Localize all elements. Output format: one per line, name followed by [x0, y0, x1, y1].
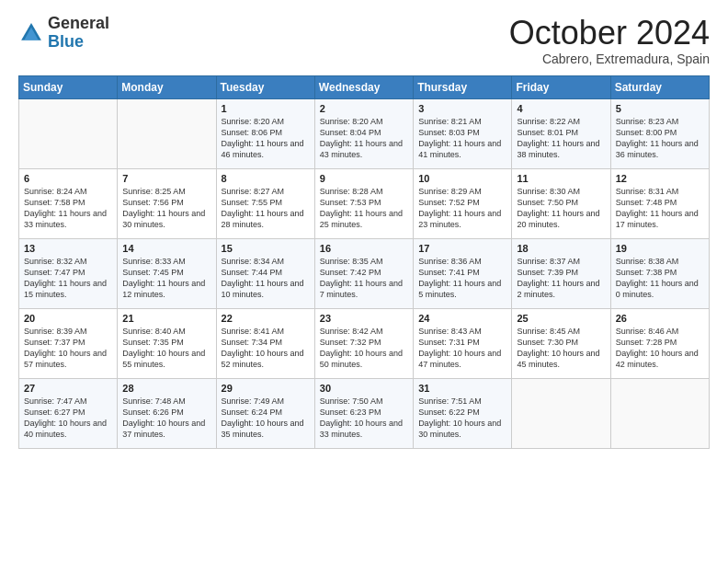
cell-info: Sunrise: 8:20 AM Sunset: 8:04 PM Dayligh… [320, 116, 408, 161]
calendar-cell: 16Sunrise: 8:35 AM Sunset: 7:42 PM Dayli… [314, 238, 413, 308]
calendar-cell: 3Sunrise: 8:21 AM Sunset: 8:03 PM Daylig… [414, 98, 512, 168]
cell-info: Sunrise: 8:29 AM Sunset: 7:52 PM Dayligh… [418, 186, 506, 231]
logo-text: General Blue [48, 15, 109, 52]
cell-info: Sunrise: 8:30 AM Sunset: 7:50 PM Dayligh… [517, 186, 605, 231]
cell-info: Sunrise: 8:41 AM Sunset: 7:34 PM Dayligh… [222, 326, 310, 371]
day-number: 10 [418, 173, 506, 184]
week-row-1: 1Sunrise: 8:20 AM Sunset: 8:06 PM Daylig… [19, 98, 710, 168]
week-row-2: 6Sunrise: 8:24 AM Sunset: 7:58 PM Daylig… [19, 168, 710, 238]
cell-info: Sunrise: 7:49 AM Sunset: 6:24 PM Dayligh… [222, 396, 310, 441]
day-number: 23 [320, 313, 408, 324]
location-subtitle: Cabrero, Extremadura, Spain [509, 52, 710, 66]
day-number: 6 [24, 173, 112, 184]
day-header-monday: Monday [118, 75, 216, 98]
cell-info: Sunrise: 7:48 AM Sunset: 6:26 PM Dayligh… [122, 396, 210, 441]
day-number: 20 [24, 313, 112, 324]
calendar-cell: 26Sunrise: 8:46 AM Sunset: 7:28 PM Dayli… [610, 308, 709, 378]
calendar-cell: 31Sunrise: 7:51 AM Sunset: 6:22 PM Dayli… [414, 378, 512, 448]
cell-info: Sunrise: 8:22 AM Sunset: 8:01 PM Dayligh… [517, 116, 605, 161]
calendar-cell: 25Sunrise: 8:45 AM Sunset: 7:30 PM Dayli… [512, 308, 610, 378]
calendar-cell [512, 378, 610, 448]
cell-info: Sunrise: 7:50 AM Sunset: 6:23 PM Dayligh… [320, 396, 408, 441]
cell-info: Sunrise: 8:28 AM Sunset: 7:53 PM Dayligh… [320, 186, 408, 231]
cell-info: Sunrise: 8:35 AM Sunset: 7:42 PM Dayligh… [320, 256, 408, 301]
calendar-cell: 12Sunrise: 8:31 AM Sunset: 7:48 PM Dayli… [610, 168, 709, 238]
calendar-cell: 20Sunrise: 8:39 AM Sunset: 7:37 PM Dayli… [19, 308, 118, 378]
calendar-cell: 18Sunrise: 8:37 AM Sunset: 7:39 PM Dayli… [512, 238, 610, 308]
cell-info: Sunrise: 8:21 AM Sunset: 8:03 PM Dayligh… [418, 116, 506, 161]
day-number: 9 [320, 173, 408, 184]
day-number: 17 [418, 243, 506, 254]
calendar-table: SundayMondayTuesdayWednesdayThursdayFrid… [18, 75, 710, 449]
day-number: 21 [122, 313, 210, 324]
day-header-wednesday: Wednesday [314, 75, 413, 98]
calendar-body: 1Sunrise: 8:20 AM Sunset: 8:06 PM Daylig… [19, 98, 710, 448]
week-row-3: 13Sunrise: 8:32 AM Sunset: 7:47 PM Dayli… [19, 238, 710, 308]
day-number: 28 [122, 383, 210, 394]
calendar-cell [19, 98, 118, 168]
day-number: 25 [517, 313, 605, 324]
day-header-sunday: Sunday [19, 75, 118, 98]
month-title: October 2024 [509, 15, 710, 52]
cell-info: Sunrise: 8:25 AM Sunset: 7:56 PM Dayligh… [122, 186, 210, 231]
day-header-thursday: Thursday [414, 75, 512, 98]
day-number: 29 [222, 383, 310, 394]
day-number: 18 [517, 243, 605, 254]
calendar-cell: 17Sunrise: 8:36 AM Sunset: 7:41 PM Dayli… [414, 238, 512, 308]
logo-general: General [48, 15, 109, 33]
calendar-cell: 5Sunrise: 8:23 AM Sunset: 8:00 PM Daylig… [610, 98, 709, 168]
cell-info: Sunrise: 8:32 AM Sunset: 7:47 PM Dayligh… [24, 256, 112, 301]
cell-info: Sunrise: 8:24 AM Sunset: 7:58 PM Dayligh… [24, 186, 112, 231]
day-number: 31 [418, 383, 506, 394]
page: General Blue October 2024 Cabrero, Extre… [0, 0, 728, 563]
calendar-cell: 4Sunrise: 8:22 AM Sunset: 8:01 PM Daylig… [512, 98, 610, 168]
day-number: 19 [616, 243, 704, 254]
day-number: 11 [517, 173, 605, 184]
cell-info: Sunrise: 8:20 AM Sunset: 8:06 PM Dayligh… [222, 116, 310, 161]
calendar-cell: 1Sunrise: 8:20 AM Sunset: 8:06 PM Daylig… [216, 98, 314, 168]
day-number: 3 [418, 103, 506, 114]
cell-info: Sunrise: 8:45 AM Sunset: 7:30 PM Dayligh… [517, 326, 605, 371]
calendar-cell: 27Sunrise: 7:47 AM Sunset: 6:27 PM Dayli… [19, 378, 118, 448]
day-number: 24 [418, 313, 506, 324]
cell-info: Sunrise: 8:43 AM Sunset: 7:31 PM Dayligh… [418, 326, 506, 371]
calendar-cell: 14Sunrise: 8:33 AM Sunset: 7:45 PM Dayli… [118, 238, 216, 308]
week-row-4: 20Sunrise: 8:39 AM Sunset: 7:37 PM Dayli… [19, 308, 710, 378]
calendar-cell [118, 98, 216, 168]
header-row: SundayMondayTuesdayWednesdayThursdayFrid… [19, 75, 710, 98]
day-number: 8 [222, 173, 310, 184]
day-number: 13 [24, 243, 112, 254]
cell-info: Sunrise: 8:42 AM Sunset: 7:32 PM Dayligh… [320, 326, 408, 371]
day-number: 4 [517, 103, 605, 114]
cell-info: Sunrise: 8:38 AM Sunset: 7:38 PM Dayligh… [616, 256, 704, 301]
day-number: 2 [320, 103, 408, 114]
calendar-cell: 13Sunrise: 8:32 AM Sunset: 7:47 PM Dayli… [19, 238, 118, 308]
day-number: 7 [122, 173, 210, 184]
cell-info: Sunrise: 8:33 AM Sunset: 7:45 PM Dayligh… [122, 256, 210, 301]
calendar-cell: 7Sunrise: 8:25 AM Sunset: 7:56 PM Daylig… [118, 168, 216, 238]
cell-info: Sunrise: 8:31 AM Sunset: 7:48 PM Dayligh… [616, 186, 704, 231]
calendar-header: SundayMondayTuesdayWednesdayThursdayFrid… [19, 75, 710, 98]
cell-info: Sunrise: 8:34 AM Sunset: 7:44 PM Dayligh… [222, 256, 310, 301]
calendar-cell: 15Sunrise: 8:34 AM Sunset: 7:44 PM Dayli… [216, 238, 314, 308]
calendar-cell: 8Sunrise: 8:27 AM Sunset: 7:55 PM Daylig… [216, 168, 314, 238]
calendar-cell: 30Sunrise: 7:50 AM Sunset: 6:23 PM Dayli… [314, 378, 413, 448]
day-number: 5 [616, 103, 704, 114]
cell-info: Sunrise: 8:46 AM Sunset: 7:28 PM Dayligh… [616, 326, 704, 371]
cell-info: Sunrise: 8:37 AM Sunset: 7:39 PM Dayligh… [517, 256, 605, 301]
day-number: 14 [122, 243, 210, 254]
week-row-5: 27Sunrise: 7:47 AM Sunset: 6:27 PM Dayli… [19, 378, 710, 448]
calendar-cell: 6Sunrise: 8:24 AM Sunset: 7:58 PM Daylig… [19, 168, 118, 238]
day-number: 30 [320, 383, 408, 394]
cell-info: Sunrise: 8:39 AM Sunset: 7:37 PM Dayligh… [24, 326, 112, 371]
cell-info: Sunrise: 8:23 AM Sunset: 8:00 PM Dayligh… [616, 116, 704, 161]
day-number: 15 [222, 243, 310, 254]
day-number: 27 [24, 383, 112, 394]
cell-info: Sunrise: 8:27 AM Sunset: 7:55 PM Dayligh… [222, 186, 310, 231]
day-number: 22 [222, 313, 310, 324]
logo-blue: Blue [48, 33, 109, 52]
cell-info: Sunrise: 7:47 AM Sunset: 6:27 PM Dayligh… [24, 396, 112, 441]
calendar-cell: 24Sunrise: 8:43 AM Sunset: 7:31 PM Dayli… [414, 308, 512, 378]
calendar-cell: 22Sunrise: 8:41 AM Sunset: 7:34 PM Dayli… [216, 308, 314, 378]
logo: General Blue [18, 15, 109, 52]
